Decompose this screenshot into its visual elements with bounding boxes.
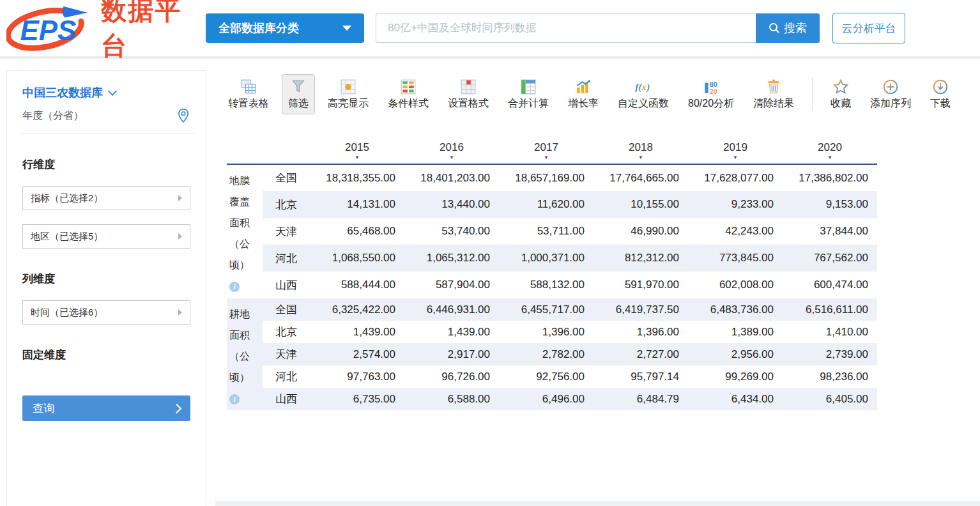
tool-custom-function[interactable]: f(x) 自定义函数 [611, 74, 675, 114]
tool-8020-analysis[interactable]: 8020 80/20分析 [682, 74, 740, 114]
tool-favorite[interactable]: 收藏 [824, 74, 857, 114]
sort-caret-icon: ▼ [783, 155, 877, 160]
tool-add-series[interactable]: 添加序列 [864, 74, 917, 114]
year-column-header[interactable]: 2015▼ [310, 141, 404, 164]
eighty-twenty-icon: 8020 [703, 78, 719, 95]
time-selector[interactable]: 时间（已选择6） [22, 300, 190, 325]
indicator-selector-label: 指标（已选择2） [31, 192, 103, 204]
custom-function-icon: f(x) [634, 78, 653, 95]
table-row: 天津65,468.0053,740.0053,711.0046,990.0042… [227, 218, 877, 245]
indicator-header-cell [227, 141, 263, 164]
data-cell: 92,756.00 [499, 365, 593, 388]
database-category-label: 全部数据库分类 [218, 20, 299, 36]
indicator-label: 耕地面积（公顷）i [227, 298, 263, 410]
table-row: 北京1,439.001,439.001,396.001,396.001,389.… [227, 321, 877, 343]
data-cell: 812,312.00 [593, 245, 688, 272]
data-cell: 97,763.00 [310, 365, 404, 388]
tool-download[interactable]: 下载 [924, 74, 957, 114]
year-column-header[interactable]: 2016▼ [404, 141, 499, 164]
query-button-label: 查询 [33, 401, 54, 416]
table-row: 耕地面积（公顷）i全国6,325,422.006,446,931.006,455… [227, 298, 877, 321]
data-cell: 6,325,422.00 [310, 298, 404, 321]
table-row: 山西588,444.00587,904.00588,132.00591,970.… [227, 272, 877, 298]
tool-label: 清除结果 [753, 97, 794, 111]
region-label: 北京 [263, 321, 310, 343]
svg-text:): ) [645, 82, 650, 93]
chevron-right-icon [178, 195, 182, 201]
database-title-dropdown[interactable]: 中国三农数据库 [22, 85, 190, 100]
data-cell: 6,483,736.00 [688, 298, 783, 321]
eps-logo: EPS 数据平台 [6, 0, 206, 63]
cloud-analysis-button[interactable]: 云分析平台 [832, 13, 905, 43]
data-cell: 1,000,371.00 [499, 245, 593, 272]
query-button[interactable]: 查询 [22, 395, 190, 421]
data-cell: 591,970.00 [593, 272, 688, 298]
info-icon[interactable]: i [229, 394, 240, 404]
region-selector-label: 地区（已选择5） [31, 231, 103, 243]
data-cell: 37,844.00 [783, 218, 877, 245]
indicator-selector[interactable]: 指标（已选择2） [22, 186, 190, 210]
data-cell: 600,474.00 [783, 272, 877, 298]
region-label: 河北 [263, 365, 310, 388]
eps-logo-icon: EPS [6, 4, 100, 52]
main-content: 转置表格 筛选 高亮显示 条件样式 设置格式 合并计算 增长率 f(x) 自定义 [215, 61, 980, 506]
time-selector-label: 时间（已选择6） [31, 307, 103, 319]
region-label: 全国 [263, 298, 310, 321]
sort-caret-icon: ▼ [404, 155, 499, 160]
indicator-label: 地膜覆盖面积（公顷）i [227, 164, 263, 298]
toolbar-divider [812, 78, 813, 111]
data-cell: 1,396.00 [499, 321, 593, 343]
data-cell: 96,726.00 [404, 365, 499, 388]
tool-label: 高亮显示 [328, 97, 369, 111]
year-column-header[interactable]: 2019▼ [688, 141, 783, 164]
tool-transpose-table[interactable]: 转置表格 [222, 74, 275, 114]
region-label: 河北 [263, 245, 310, 272]
filter-icon [290, 78, 307, 95]
data-cell: 773,845.00 [688, 245, 783, 272]
data-cell: 95,797.14 [593, 365, 688, 388]
tool-label: 条件样式 [388, 97, 429, 111]
conditional-style-icon [400, 78, 417, 95]
year-column-header[interactable]: 2018▼ [593, 141, 688, 164]
tool-filter[interactable]: 筛选 [282, 74, 315, 114]
tool-set-format[interactable]: 设置格式 [441, 74, 495, 114]
data-cell: 10,155.00 [593, 191, 688, 218]
tool-clear-results[interactable]: 清除结果 [747, 74, 800, 114]
data-cell: 6,434.00 [688, 388, 783, 410]
tool-label: 增长率 [568, 97, 599, 111]
star-icon [832, 78, 849, 95]
tool-conditional-style[interactable]: 条件样式 [381, 74, 435, 114]
tool-label: 收藏 [831, 97, 851, 111]
data-cell: 767,562.00 [783, 245, 877, 272]
download-icon [932, 78, 949, 95]
year-column-header[interactable]: 2017▼ [499, 141, 593, 164]
database-title-label: 中国三农数据库 [22, 85, 103, 100]
top-header: EPS 数据平台 全部数据库分类 搜索 云分析平台 [0, 0, 980, 59]
data-cell: 99,269.00 [688, 365, 783, 388]
data-cell: 98,236.00 [783, 365, 877, 388]
sort-caret-icon: ▼ [688, 155, 783, 160]
results-table-body: 地膜覆盖面积（公顷）i全国18,318,355.0018,401,203.001… [227, 164, 877, 410]
year-column-header[interactable]: 2020▼ [783, 141, 877, 164]
tool-highlight[interactable]: 高亮显示 [321, 74, 375, 114]
row-dimension-heading: 行维度 [22, 157, 190, 172]
table-row: 地膜覆盖面积（公顷）i全国18,318,355.0018,401,203.001… [227, 164, 877, 191]
chevron-right-icon [178, 309, 182, 316]
chevron-down-icon [108, 87, 117, 96]
info-icon[interactable]: i [229, 282, 240, 292]
logo-product-text: 数据平台 [101, 0, 206, 63]
search-input[interactable] [376, 13, 756, 43]
map-pin-icon[interactable] [176, 108, 190, 123]
search-icon [769, 22, 780, 34]
tool-merge-calc[interactable]: 合并计算 [501, 74, 555, 114]
data-cell: 2,727.00 [593, 343, 688, 365]
search-button[interactable]: 搜索 [756, 13, 820, 43]
database-category-dropdown[interactable]: 全部数据库分类 [206, 13, 364, 43]
tool-growth-rate[interactable]: 增长率 [562, 74, 605, 114]
region-selector[interactable]: 地区（已选择5） [22, 224, 190, 249]
dataset-subtitle-row: 年度（分省） [22, 108, 190, 123]
merge-calc-icon [520, 78, 537, 95]
sort-caret-icon: ▼ [593, 155, 688, 160]
svg-text:f(: f( [635, 82, 642, 93]
data-cell: 1,439.00 [310, 321, 404, 343]
